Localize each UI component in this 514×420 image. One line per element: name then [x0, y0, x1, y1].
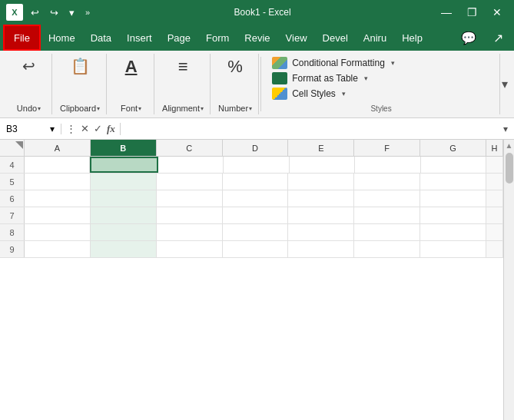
cell-reference-box[interactable]: B3 ▾ [0, 124, 61, 134]
cell-G5[interactable] [420, 174, 486, 190]
col-header-A[interactable]: A [25, 140, 91, 156]
cell-H6[interactable] [486, 190, 503, 207]
col-header-C[interactable]: C [157, 140, 223, 156]
cell-E4[interactable] [290, 157, 355, 173]
menu-home[interactable]: Home [41, 25, 83, 51]
quick-access-redo[interactable]: ↪ [47, 7, 61, 18]
cell-E9[interactable] [288, 241, 354, 257]
menu-review[interactable]: Revie [237, 25, 277, 51]
cell-G4[interactable] [421, 157, 486, 173]
cell-F7[interactable] [354, 207, 420, 223]
menu-help[interactable]: Help [394, 25, 430, 51]
font-button[interactable]: A [122, 55, 141, 80]
cell-G7[interactable] [420, 207, 486, 223]
cell-F5[interactable] [354, 174, 420, 190]
cell-A9[interactable] [25, 241, 91, 257]
cell-B4[interactable] [90, 157, 158, 173]
cell-F6[interactable] [354, 190, 420, 207]
alignment-arrow[interactable]: ▾ [201, 105, 204, 112]
cell-D7[interactable] [223, 207, 289, 223]
col-header-E[interactable]: E [288, 140, 354, 156]
minimize-button[interactable]: — [435, 0, 458, 25]
cell-E5[interactable] [288, 174, 354, 190]
alignment-button[interactable]: ≡ [175, 55, 191, 80]
menu-data[interactable]: Data [83, 25, 119, 51]
cell-ref-chevron[interactable]: ▾ [50, 124, 55, 134]
cell-D8[interactable] [223, 224, 289, 240]
quick-access-dropdown[interactable]: ▾ [66, 7, 78, 18]
cell-G8[interactable] [420, 224, 486, 240]
cell-H4[interactable] [486, 157, 503, 173]
formula-cancel-icon[interactable]: ✕ [81, 123, 89, 134]
close-button[interactable]: ✕ [486, 0, 508, 25]
formula-dots-icon[interactable]: ⋮ [66, 123, 76, 134]
cell-C7[interactable] [157, 207, 223, 223]
col-header-G[interactable]: G [420, 140, 486, 156]
cell-F8[interactable] [354, 224, 420, 240]
cell-styles-button[interactable]: Cell Styles ▾ [269, 86, 493, 101]
cell-B9[interactable] [91, 241, 157, 257]
vertical-scrollbar[interactable]: ▲ ▼ [503, 140, 514, 420]
cell-G9[interactable] [420, 241, 486, 257]
cell-B6[interactable] [91, 190, 157, 207]
cell-H5[interactable] [486, 174, 503, 190]
number-button[interactable]: % [224, 55, 246, 80]
cell-F9[interactable] [354, 241, 420, 257]
conditional-formatting-chevron[interactable]: ▾ [391, 59, 395, 67]
cell-E8[interactable] [288, 224, 354, 240]
clipboard-arrow[interactable]: ▾ [97, 105, 100, 112]
select-all-icon[interactable] [0, 140, 25, 157]
formula-expand-icon[interactable]: ▾ [497, 124, 514, 134]
scroll-up-btn[interactable]: ▲ [506, 141, 513, 150]
cell-C5[interactable] [157, 174, 223, 190]
cell-C9[interactable] [157, 241, 223, 257]
number-arrow[interactable]: ▾ [249, 105, 252, 112]
cell-A5[interactable] [25, 174, 91, 190]
conditional-formatting-button[interactable]: Conditional Formatting ▾ [269, 55, 493, 71]
file-menu[interactable]: File [3, 25, 41, 51]
cell-A6[interactable] [25, 190, 91, 207]
scroll-thumb[interactable] [506, 153, 513, 184]
cell-B8[interactable] [91, 224, 157, 240]
cell-H9[interactable] [486, 241, 503, 257]
styles-expand-button[interactable]: ▾ [502, 77, 508, 91]
undo-button[interactable]: ↩ [19, 55, 38, 78]
col-header-B[interactable]: B [91, 140, 157, 156]
menu-view[interactable]: View [278, 25, 315, 51]
share-icon[interactable]: ↗ [486, 28, 511, 48]
menu-form[interactable]: Form [198, 25, 237, 51]
clipboard-button[interactable]: 📋 [68, 55, 93, 78]
quick-access-undo[interactable]: ↩ [28, 7, 42, 18]
col-header-F[interactable]: F [354, 140, 420, 156]
cell-styles-chevron[interactable]: ▾ [342, 90, 346, 98]
cell-A8[interactable] [25, 224, 91, 240]
menu-developer[interactable]: Devel [315, 25, 356, 51]
cell-B7[interactable] [91, 207, 157, 223]
formula-confirm-icon[interactable]: ✓ [94, 123, 102, 134]
menu-aniru[interactable]: Aniru [356, 25, 394, 51]
cell-E7[interactable] [288, 207, 354, 223]
cell-D6[interactable] [223, 190, 289, 207]
cell-A4[interactable] [25, 157, 90, 173]
cell-C4[interactable] [158, 157, 224, 173]
cell-F4[interactable] [355, 157, 420, 173]
cell-B5[interactable] [91, 174, 157, 190]
cell-C6[interactable] [157, 190, 223, 207]
format-as-table-chevron[interactable]: ▾ [364, 74, 368, 82]
cell-C8[interactable] [157, 224, 223, 240]
col-header-H[interactable]: H [486, 140, 503, 156]
cell-D4[interactable] [224, 157, 289, 173]
cell-D5[interactable] [223, 174, 289, 190]
cell-G6[interactable] [420, 190, 486, 207]
cell-H8[interactable] [486, 224, 503, 240]
format-as-table-button[interactable]: Format as Table ▾ [269, 71, 493, 86]
restore-button[interactable]: ❐ [461, 0, 483, 25]
cell-H7[interactable] [486, 207, 503, 223]
cell-D9[interactable] [223, 241, 289, 257]
cell-E6[interactable] [288, 190, 354, 207]
col-header-D[interactable]: D [223, 140, 289, 156]
formula-function-icon[interactable]: fx [107, 123, 115, 135]
comment-icon[interactable]: 💬 [455, 28, 482, 48]
cell-A7[interactable] [25, 207, 91, 223]
menu-insert[interactable]: Insert [119, 25, 160, 51]
